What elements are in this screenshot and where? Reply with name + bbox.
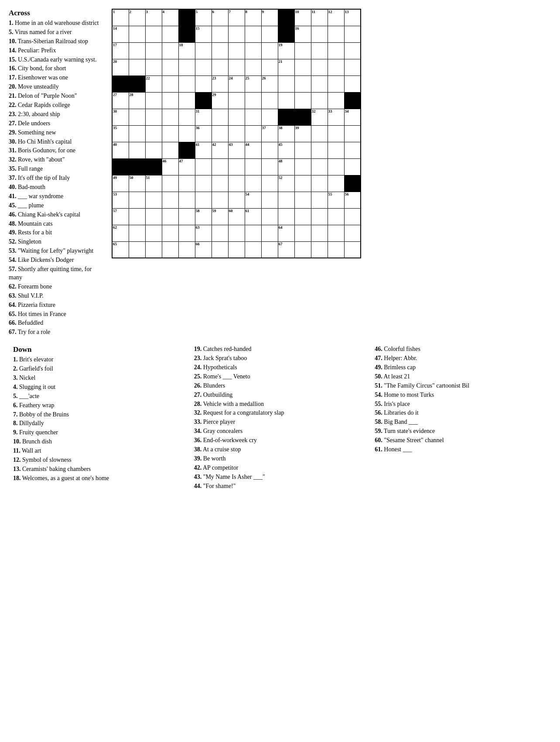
cell-2-3[interactable] (162, 42, 178, 59)
cell-2-5[interactable] (195, 42, 212, 59)
cell-8-14[interactable] (344, 142, 361, 158)
cell-14-3[interactable] (162, 241, 178, 258)
cell-5-11[interactable] (294, 92, 311, 109)
cell-14-1[interactable] (129, 241, 145, 258)
cell-14-7[interactable] (228, 241, 245, 258)
cell-6-7[interactable] (228, 109, 245, 125)
cell-0-1[interactable]: 2 (129, 9, 145, 26)
cell-14-11[interactable] (294, 241, 311, 258)
cell-7-9[interactable]: 37 (261, 125, 278, 142)
cell-10-6[interactable] (212, 175, 228, 192)
cell-8-5[interactable]: 41 (195, 142, 212, 158)
cell-14-9[interactable] (261, 241, 278, 258)
cell-6-9[interactable] (261, 109, 278, 125)
cell-13-2[interactable] (145, 225, 162, 241)
cell-7-11[interactable]: 39 (294, 125, 311, 142)
cell-5-2[interactable] (145, 92, 162, 109)
cell-7-4[interactable] (178, 125, 195, 142)
cell-11-0[interactable]: 53 (112, 192, 129, 208)
cell-8-10[interactable]: 45 (278, 142, 294, 158)
cell-2-10[interactable]: 19 (278, 42, 294, 59)
cell-11-14[interactable]: 56 (344, 192, 361, 208)
cell-10-12[interactable] (311, 175, 328, 192)
cell-3-6[interactable] (212, 59, 228, 76)
cell-1-1[interactable] (129, 26, 145, 42)
cell-14-13[interactable] (328, 241, 344, 258)
cell-4-14[interactable] (344, 76, 361, 92)
cell-0-13[interactable]: 12 (328, 9, 344, 26)
cell-8-12[interactable] (311, 142, 328, 158)
cell-9-7[interactable] (228, 158, 245, 175)
cell-4-2[interactable]: 22 (145, 76, 162, 92)
cell-11-10[interactable] (278, 192, 294, 208)
cell-14-6[interactable] (212, 241, 228, 258)
cell-5-8[interactable] (245, 92, 261, 109)
cell-3-10[interactable]: 21 (278, 59, 294, 76)
cell-12-2[interactable] (145, 208, 162, 225)
cell-1-13[interactable] (328, 26, 344, 42)
cell-8-2[interactable] (145, 142, 162, 158)
cell-13-0[interactable]: 62 (112, 225, 129, 241)
cell-10-2[interactable]: 51 (145, 175, 162, 192)
cell-6-2[interactable] (145, 109, 162, 125)
cell-8-6[interactable]: 42 (212, 142, 228, 158)
cell-12-7[interactable]: 60 (228, 208, 245, 225)
cell-7-6[interactable] (212, 125, 228, 142)
cell-0-0[interactable]: 1 (112, 9, 129, 26)
cell-1-7[interactable] (228, 26, 245, 42)
cell-1-4[interactable] (178, 26, 195, 42)
cell-13-10[interactable]: 64 (278, 225, 294, 241)
cell-3-1[interactable] (129, 59, 145, 76)
cell-5-12[interactable] (311, 92, 328, 109)
cell-9-9[interactable] (261, 158, 278, 175)
cell-9-14[interactable] (344, 158, 361, 175)
cell-1-12[interactable] (311, 26, 328, 42)
cell-7-12[interactable] (311, 125, 328, 142)
cell-5-4[interactable] (178, 92, 195, 109)
cell-14-5[interactable]: 66 (195, 241, 212, 258)
cell-4-3[interactable] (162, 76, 178, 92)
cell-9-10[interactable]: 48 (278, 158, 294, 175)
cell-6-12[interactable]: 32 (311, 109, 328, 125)
cell-11-11[interactable] (294, 192, 311, 208)
cell-6-14[interactable]: 34 (344, 109, 361, 125)
cell-2-6[interactable] (212, 42, 228, 59)
cell-13-11[interactable] (294, 225, 311, 241)
cell-4-12[interactable] (311, 76, 328, 92)
cell-10-3[interactable] (162, 175, 178, 192)
cell-4-13[interactable] (328, 76, 344, 92)
cell-6-6[interactable] (212, 109, 228, 125)
cell-10-13[interactable] (328, 175, 344, 192)
cell-0-14[interactable]: 13 (344, 9, 361, 26)
cell-9-12[interactable] (311, 158, 328, 175)
cell-14-0[interactable]: 65 (112, 241, 129, 258)
cell-11-1[interactable] (129, 192, 145, 208)
cell-0-9[interactable]: 9 (261, 9, 278, 26)
cell-4-5[interactable] (195, 76, 212, 92)
cell-12-5[interactable]: 58 (195, 208, 212, 225)
cell-1-14[interactable] (344, 26, 361, 42)
cell-1-8[interactable] (245, 26, 261, 42)
cell-9-1[interactable] (129, 158, 145, 175)
cell-3-8[interactable] (245, 59, 261, 76)
cell-8-1[interactable] (129, 142, 145, 158)
cell-2-0[interactable]: 17 (112, 42, 129, 59)
cell-11-12[interactable] (311, 192, 328, 208)
cell-9-3[interactable]: 46 (162, 158, 178, 175)
cell-1-3[interactable] (162, 26, 178, 42)
cell-1-0[interactable]: 14 (112, 26, 129, 42)
cell-12-3[interactable] (162, 208, 178, 225)
cell-11-13[interactable]: 55 (328, 192, 344, 208)
cell-6-8[interactable] (245, 109, 261, 125)
cell-7-8[interactable] (245, 125, 261, 142)
cell-8-8[interactable]: 44 (245, 142, 261, 158)
cell-14-12[interactable] (311, 241, 328, 258)
cell-11-2[interactable] (145, 192, 162, 208)
cell-0-3[interactable]: 4 (162, 9, 178, 26)
cell-6-0[interactable]: 30 (112, 109, 129, 125)
cell-14-4[interactable] (178, 241, 195, 258)
cell-5-5[interactable] (195, 92, 212, 109)
cell-3-5[interactable] (195, 59, 212, 76)
cell-7-10[interactable]: 38 (278, 125, 294, 142)
cell-4-11[interactable] (294, 76, 311, 92)
